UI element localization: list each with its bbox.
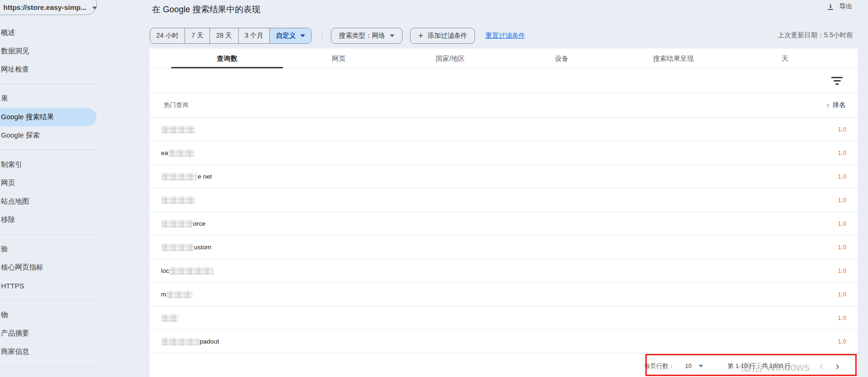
date-range-button[interactable]: 24 小时: [150, 28, 185, 43]
sort-by-position[interactable]: ↑ 排名: [827, 101, 846, 109]
sidebar-item[interactable]: Google 搜索结果: [0, 108, 96, 126]
sidebar-item[interactable]: 网页: [0, 174, 96, 192]
position-value: 1.0: [838, 197, 846, 204]
sidebar-divider: [0, 300, 97, 301]
redacted-query-blur: [161, 126, 195, 133]
chevron-down-icon: [92, 7, 97, 9]
last-updated-text: 上次更新日期：5.5小时前: [778, 31, 853, 40]
date-range-label: 自定义: [276, 32, 296, 40]
table-row[interactable]: 1.0: [150, 188, 858, 212]
table-row[interactable]: e net1.0: [150, 165, 858, 188]
redacted-query-blur: [161, 220, 193, 228]
chevron-down-icon: [390, 34, 394, 37]
date-range-label: 28 天: [216, 32, 232, 40]
metric-tab[interactable]: 设备: [506, 49, 618, 68]
sidebar-item[interactable]: 制索引: [0, 156, 96, 174]
sidebar-item[interactable]: 数据洞见: [0, 42, 96, 60]
query-text: ea: [161, 149, 168, 156]
sidebar-item[interactable]: 强功能: [0, 372, 96, 377]
table-body: 1.0ea1.0e net1.01.0orce1.0ustom1.0loc1.0…: [150, 118, 858, 355]
sidebar-item[interactable]: 产品摘要: [0, 324, 96, 343]
position-value: 1.0: [838, 267, 846, 274]
date-range-label: 3 个月: [245, 32, 264, 40]
sidebar-item[interactable]: 物: [0, 306, 96, 324]
table-row[interactable]: ea1.0: [150, 141, 858, 165]
chevron-down-icon: [699, 365, 703, 368]
search-type-label: 搜索类型：网络: [339, 32, 385, 40]
sidebar-item[interactable]: 验: [0, 240, 96, 258]
metric-tab-label: 查询数: [217, 54, 238, 63]
sidebar-item[interactable]: 移除: [0, 211, 96, 229]
table-row[interactable]: m1.0: [150, 283, 858, 306]
redacted-query-blur: [161, 173, 197, 180]
position-value: 1.0: [838, 338, 846, 345]
query-cell: [161, 126, 195, 133]
date-range-button[interactable]: 3 个月: [239, 28, 270, 43]
page-title: 在 Google 搜索结果中的表现: [152, 4, 260, 15]
metric-tab[interactable]: 网页: [283, 49, 394, 68]
sidebar-item[interactable]: Google 探索: [0, 126, 96, 145]
query-cell: orce: [161, 220, 205, 228]
metric-tab[interactable]: 天: [729, 49, 841, 68]
add-filter-button[interactable]: + 添加过滤条件: [410, 28, 475, 44]
pagination-range: 第 1-10 行，共 1000 行: [728, 362, 791, 370]
sidebar: https://store.easy-simp... 概述数据洞见网址检查果Go…: [0, 0, 97, 377]
sidebar-divider: [0, 84, 97, 84]
sidebar-item[interactable]: 商家信息: [0, 343, 96, 361]
sidebar-item[interactable]: 核心网页指标: [0, 258, 96, 277]
reset-filter-link[interactable]: 重置过滤条件: [485, 32, 525, 40]
table-row[interactable]: 1.0: [150, 118, 858, 141]
date-range-button[interactable]: 7 天: [185, 28, 210, 43]
rows-per-page-select[interactable]: 10: [685, 362, 703, 369]
metric-tab[interactable]: 搜索结果呈现: [618, 49, 729, 68]
divider: [322, 29, 322, 42]
query-text: ustom: [194, 244, 211, 251]
sidebar-item[interactable]: 概述: [0, 24, 96, 42]
query-text: loc: [161, 267, 169, 274]
date-range-button[interactable]: 自定义: [270, 28, 311, 43]
table-row[interactable]: loc1.0: [150, 259, 858, 283]
table-row[interactable]: 1.0: [150, 306, 858, 330]
queries-column-header: 热门查询: [164, 101, 188, 109]
rows-per-page-label: 每页行数：: [644, 362, 675, 370]
position-value: 1.0: [838, 244, 846, 251]
query-cell: [161, 314, 179, 322]
table-row[interactable]: padout1.0: [150, 330, 858, 353]
date-range-button[interactable]: 28 天: [210, 28, 238, 43]
table-row[interactable]: orce1.0: [150, 212, 858, 236]
sidebar-item[interactable]: 网址检查: [0, 60, 96, 79]
previous-page-button[interactable]: ‹: [813, 361, 829, 372]
sidebar-item[interactable]: HTTPS: [0, 277, 96, 295]
query-cell: m: [161, 291, 193, 298]
query-cell: padout: [161, 338, 219, 345]
metric-tab-label: 天: [781, 54, 788, 63]
next-page-button[interactable]: ›: [829, 361, 845, 372]
query-cell: [161, 197, 196, 204]
metric-tab[interactable]: 国家/地区: [394, 49, 506, 68]
metric-tabs: 查询数网页国家/地区设备搜索结果呈现天: [150, 49, 858, 69]
search-type-button[interactable]: 搜索类型：网络: [331, 28, 402, 44]
property-selector[interactable]: https://store.easy-simp...: [0, 0, 97, 15]
redacted-query-blur: [161, 197, 195, 204]
date-range-group: 24 小时7 天28 天3 个月自定义: [150, 28, 312, 44]
export-label: 导出: [839, 2, 852, 11]
position-value: 1.0: [838, 314, 846, 321]
metric-tab[interactable]: 查询数: [171, 49, 283, 68]
query-cell: ustom: [161, 244, 211, 251]
position-value: 1.0: [838, 291, 846, 298]
filter-bar: 24 小时7 天28 天3 个月自定义 搜索类型：网络 + 添加过滤条件 重置过…: [150, 28, 525, 44]
sidebar-item[interactable]: 果: [0, 90, 96, 108]
metric-tab-label: 搜索结果呈现: [653, 54, 694, 63]
selected-tab-underline: [171, 67, 283, 68]
sidebar-divider: [0, 234, 97, 235]
position-value: 1.0: [838, 126, 846, 133]
redacted-query-blur: [169, 149, 194, 157]
query-text: orce: [193, 220, 205, 227]
table-row[interactable]: ustom1.0: [150, 236, 858, 259]
export-button[interactable]: 导出: [827, 2, 852, 11]
sidebar-nav: 概述数据洞见网址检查果Google 搜索结果Google 探索制索引网页站点地图…: [0, 24, 97, 377]
sidebar-item[interactable]: 站点地图: [0, 192, 96, 211]
filter-list-icon[interactable]: [831, 77, 843, 85]
arrow-up-icon: ↑: [827, 101, 830, 109]
query-cell: loc: [161, 267, 214, 275]
